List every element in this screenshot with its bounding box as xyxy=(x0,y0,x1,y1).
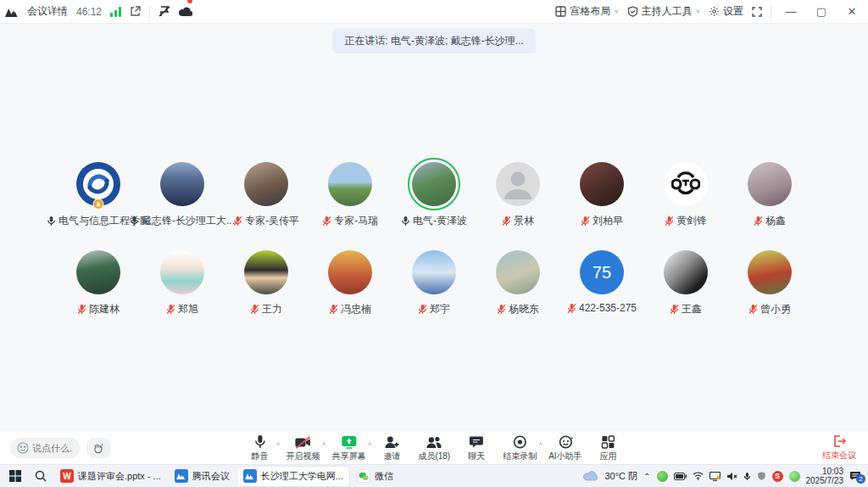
participant-avatar[interactable] xyxy=(748,250,792,294)
minimize-button[interactable]: — xyxy=(780,3,802,21)
tray-antivirus-icon[interactable] xyxy=(657,471,668,482)
participant-avatar[interactable] xyxy=(160,250,204,294)
weather-text[interactable]: 30°C 阴 xyxy=(604,470,637,483)
tray-chevron-up-icon[interactable]: ⌃ xyxy=(643,472,650,481)
participant-name: 戴志锋-长沙理工大... xyxy=(142,214,235,228)
host-tools-button[interactable]: 主持人工具˅ xyxy=(627,4,700,19)
ai-icon xyxy=(558,434,573,449)
participant-tile[interactable]: 景林 xyxy=(476,162,560,228)
tray-defender-icon[interactable] xyxy=(757,471,766,481)
network-quality-icon[interactable] xyxy=(110,7,121,17)
participant-avatar[interactable] xyxy=(244,162,288,206)
chevron-up-icon[interactable]: ˄ xyxy=(322,440,326,448)
mic-muted-icon xyxy=(418,304,427,315)
participant-tile[interactable]: 陈建林 xyxy=(57,250,141,316)
tray-tray-mic-icon[interactable] xyxy=(743,472,751,481)
participant-avatar[interactable] xyxy=(328,250,372,294)
participant-tile[interactable]: 刘柏早 xyxy=(560,162,644,228)
raise-hand-button[interactable] xyxy=(86,438,110,458)
participant-avatar[interactable] xyxy=(496,162,540,206)
participant-tile[interactable]: 75422-535-275 xyxy=(560,250,644,316)
participant-avatar[interactable] xyxy=(160,162,204,206)
participant-tile[interactable]: 王力 xyxy=(225,250,309,316)
chevron-up-icon[interactable]: ˄ xyxy=(539,440,543,448)
participant-label: 422-535-275 xyxy=(567,302,637,314)
meeting-timer: 46:12 xyxy=(76,6,102,18)
chevron-up-icon[interactable]: ˄ xyxy=(368,440,372,448)
participant-tile[interactable]: 郑旭 xyxy=(141,250,225,316)
participant-avatar[interactable]: 75 xyxy=(580,250,624,294)
tray-wechat-ball-icon[interactable] xyxy=(789,471,800,482)
toolbar-button-record[interactable]: 结束录制˄ xyxy=(499,434,540,462)
taskbar-clock[interactable]: 10:03 2025/7/23 xyxy=(806,467,844,485)
participant-avatar[interactable] xyxy=(328,162,372,206)
toolbar-button-camera-off[interactable]: 开启视频˄ xyxy=(282,434,323,462)
mic-muted-icon xyxy=(581,216,590,227)
toolbar-button-share-screen[interactable]: 共享屏幕˄ xyxy=(328,434,369,462)
participant-name: 郑宇 xyxy=(430,302,450,316)
chevron-up-icon[interactable]: ˄ xyxy=(276,440,281,448)
participant-avatar[interactable] xyxy=(412,162,456,206)
end-meeting-button[interactable]: 结束会议 xyxy=(822,434,856,462)
toolbar-button-apps[interactable]: 应用 xyxy=(591,434,626,462)
tray-wifi-icon[interactable] xyxy=(693,472,704,480)
meeting-toolbar: 静音˄开启视频˄共享屏幕˄邀请成员(18)聊天结束录制˄AI小助手应用 结束会议 xyxy=(0,430,868,464)
start-button[interactable] xyxy=(3,467,27,486)
participant-tile[interactable]: 戴志锋-长沙理工大... xyxy=(141,162,225,228)
participant-avatar[interactable] xyxy=(76,162,120,206)
taskbar-app-tencent-meeting[interactable]: 长沙理工大学电网... xyxy=(237,467,349,486)
participant-grid: 电气与信息工程学院戴志锋-长沙理工大...专家-吴传平专家-马瑞电气-黄泽波景林… xyxy=(57,162,812,316)
recording-flag-icon[interactable] xyxy=(159,6,170,17)
notification-center-button[interactable]: 2 xyxy=(849,471,861,481)
mic-on-icon xyxy=(130,216,139,227)
weather-icon[interactable] xyxy=(583,471,598,481)
participant-avatar[interactable] xyxy=(244,250,288,294)
toolbar-button-chat[interactable]: 聊天 xyxy=(459,434,494,462)
taskbar-app-label: 长沙理工大学电网... xyxy=(261,470,343,483)
tray-battery-icon[interactable] xyxy=(674,473,687,480)
participant-tile[interactable]: 冯忠楠 xyxy=(309,250,392,316)
cloud-recording-icon[interactable] xyxy=(179,7,192,17)
participant-avatar[interactable] xyxy=(580,162,624,206)
participant-tile[interactable]: 郑宇 xyxy=(392,250,476,316)
fullscreen-icon[interactable] xyxy=(752,7,762,17)
participant-tile[interactable]: 杨鑫 xyxy=(728,162,812,228)
tray-volume-muted-icon[interactable] xyxy=(726,472,737,481)
mic-on-icon xyxy=(47,216,56,227)
participant-tile[interactable]: 电气-黄泽波 xyxy=(392,162,476,228)
taskbar-app-tencent-meeting[interactable]: 腾讯会议 xyxy=(169,467,236,486)
participant-tile[interactable]: 专家-吴传平 xyxy=(225,162,309,228)
participant-avatar[interactable] xyxy=(748,162,792,206)
toolbar-button-ai[interactable]: AI小助手 xyxy=(545,434,585,462)
settings-button[interactable]: 设置 xyxy=(709,4,743,19)
participant-tile[interactable]: 杨晓东 xyxy=(476,250,560,316)
end-meeting-icon xyxy=(832,434,847,448)
participant-avatar[interactable] xyxy=(664,250,708,294)
taskbar-app-wps[interactable]: W课题评审会.pptx - ... xyxy=(54,467,167,486)
emoji-icon[interactable] xyxy=(17,442,29,454)
taskbar-app-wechat[interactable]: 微信 xyxy=(351,467,399,486)
participant-tile[interactable]: 专家-马瑞 xyxy=(309,162,392,228)
participant-tile[interactable]: 黄剑锋 xyxy=(644,162,728,228)
mic-muted-icon xyxy=(754,216,763,227)
open-external-icon[interactable] xyxy=(130,6,141,17)
participant-tile[interactable]: 王鑫 xyxy=(644,250,728,316)
close-button[interactable]: ✕ xyxy=(841,3,863,21)
tray-display-icon[interactable] xyxy=(709,472,721,481)
participant-tile[interactable]: 曾小勇 xyxy=(728,250,812,316)
toolbar-button-mic[interactable]: 静音˄ xyxy=(242,434,277,462)
mic-muted-icon xyxy=(233,216,242,227)
search-button[interactable] xyxy=(29,467,53,486)
toolbar-button-members[interactable]: 成员(18) xyxy=(415,434,453,462)
meeting-details-button[interactable]: 会议详情 xyxy=(27,4,68,19)
participant-avatar[interactable] xyxy=(664,162,708,206)
layout-button[interactable]: 宫格布局˅ xyxy=(555,4,618,19)
maximize-button[interactable]: ▢ xyxy=(810,3,832,21)
tray-sogou-icon[interactable]: S xyxy=(772,471,783,482)
mic-icon xyxy=(253,434,266,449)
participant-avatar[interactable] xyxy=(496,250,540,294)
toolbar-button-invite[interactable]: 邀请 xyxy=(374,434,409,462)
participant-avatar[interactable] xyxy=(76,250,120,294)
participant-avatar[interactable] xyxy=(412,250,456,294)
participant-tile[interactable]: 电气与信息工程学院 xyxy=(57,162,141,228)
